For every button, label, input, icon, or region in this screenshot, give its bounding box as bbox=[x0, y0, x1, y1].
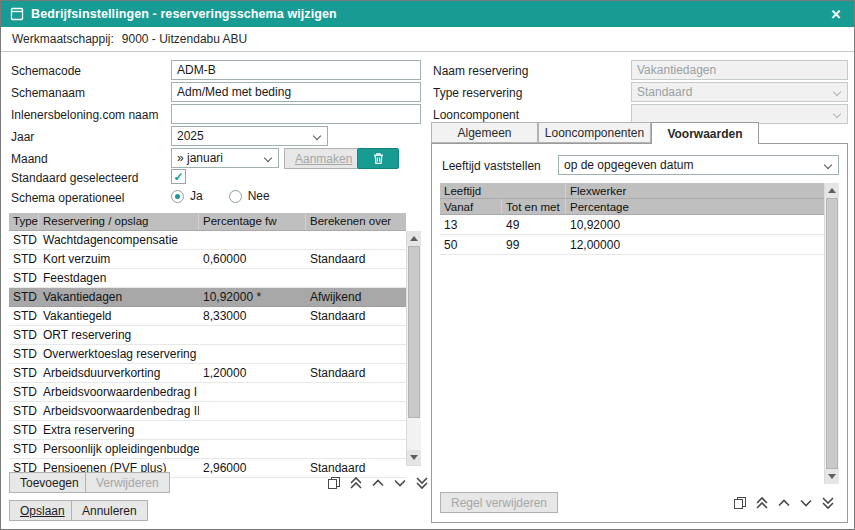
chevron-down-icon bbox=[799, 496, 813, 510]
cell-type: STD bbox=[9, 328, 39, 342]
cell-berekenen-over: Standaard bbox=[306, 309, 406, 323]
copy-icon bbox=[327, 476, 341, 490]
left-table-toolbar bbox=[324, 474, 431, 491]
cell-type: STD bbox=[9, 347, 39, 361]
cell-reservering: Extra reservering bbox=[39, 423, 199, 437]
window-title: Bedrijfsinstellingen - reserveringsschem… bbox=[31, 7, 337, 21]
standaard-checkbox[interactable]: ✓ bbox=[171, 169, 186, 184]
cell-type: STD bbox=[9, 366, 39, 380]
cell-percentage: 1,20000 bbox=[199, 366, 306, 380]
maand-select[interactable]: » januari bbox=[171, 148, 279, 168]
move-top-button[interactable] bbox=[752, 494, 771, 511]
table-row[interactable]: 13 49 10,92000 bbox=[440, 215, 824, 235]
looncomponent-label: Looncomponent bbox=[433, 108, 519, 122]
maand-value: » januari bbox=[177, 151, 223, 165]
opslaan-button[interactable]: Opslaan bbox=[9, 500, 76, 521]
move-down-button[interactable] bbox=[796, 494, 815, 511]
header-type: Type bbox=[9, 213, 39, 230]
cell-type: STD bbox=[9, 404, 39, 418]
header-reservering: Reservering / opslag bbox=[39, 213, 199, 230]
cell-berekenen-over: Standaard bbox=[306, 366, 406, 380]
tab-algemeen[interactable]: Algemeen bbox=[431, 122, 538, 143]
cell-berekenen-over: Afwijkend bbox=[306, 290, 406, 304]
move-bottom-button[interactable] bbox=[818, 494, 837, 511]
header-tot-en-met: Tot en met bbox=[502, 199, 566, 214]
table-row[interactable]: STD Wachtdagencompensatie bbox=[9, 231, 406, 250]
cell-reservering: Arbeidsvoorwaardenbedrag II bbox=[39, 404, 199, 418]
double-chevron-up-icon bbox=[755, 496, 769, 510]
naam-reservering-label: Naam reservering bbox=[433, 64, 528, 78]
scroll-down-button[interactable] bbox=[825, 469, 839, 484]
table-row[interactable]: STD ORT reservering bbox=[9, 326, 406, 345]
operationeel-label: Schema operationeel bbox=[11, 191, 124, 205]
move-up-button[interactable] bbox=[368, 474, 387, 491]
age-table-group-header: Leeftijd Flexwerker bbox=[440, 183, 824, 199]
regel-verwijderen-button[interactable]: Regel verwijderen bbox=[440, 492, 558, 513]
scroll-thumb[interactable] bbox=[826, 198, 838, 469]
cell-berekenen-over: Standaard bbox=[306, 252, 406, 266]
trash-icon bbox=[371, 151, 386, 166]
reservation-table-header: Type Reservering / opslag Percentage fw … bbox=[9, 213, 406, 231]
table-row[interactable]: 50 99 12,00000 bbox=[440, 235, 824, 255]
table-row[interactable]: STD Persoonlijk opleidingenbudget bbox=[9, 440, 406, 459]
age-table-scrollbar[interactable] bbox=[824, 183, 839, 484]
table-row[interactable]: STD Arbeidsvoorwaardenbedrag II bbox=[9, 402, 406, 421]
annuleren-button[interactable]: Annuleren bbox=[71, 500, 148, 521]
double-chevron-up-icon bbox=[349, 476, 363, 490]
radio-ja[interactable] bbox=[171, 190, 184, 203]
table-row[interactable]: STD Feestdagen bbox=[9, 269, 406, 288]
group-header-flexwerker: Flexwerker bbox=[566, 183, 824, 198]
cell-reservering: Arbeidsvoorwaardenbedrag I bbox=[39, 385, 199, 399]
chevron-down-icon bbox=[824, 161, 832, 169]
scroll-up-button[interactable] bbox=[825, 183, 839, 198]
inlenersbeloning-label: Inlenersbeloning.com naam bbox=[11, 108, 158, 122]
double-chevron-down-icon bbox=[415, 476, 429, 490]
copy-button[interactable] bbox=[324, 474, 343, 491]
table-row[interactable]: STD Overwerktoeslag reservering bbox=[9, 345, 406, 364]
jaar-label: Jaar bbox=[11, 130, 34, 144]
type-reservering-value: Standaard bbox=[637, 85, 692, 99]
schemanaam-label: Schemanaam bbox=[11, 86, 85, 100]
schemanaam-input[interactable] bbox=[171, 82, 421, 102]
tab-voorwaarden[interactable]: Voorwaarden bbox=[651, 122, 759, 144]
move-top-button[interactable] bbox=[346, 474, 365, 491]
schemacode-input[interactable] bbox=[171, 60, 421, 80]
age-table-header: Vanaf Tot en met Percentage bbox=[440, 199, 824, 215]
inlenersbeloning-input[interactable] bbox=[171, 104, 421, 124]
aanmaken-button[interactable]: Aanmaken bbox=[284, 148, 363, 169]
table-row[interactable]: STD Vakantiedagen 10,92000 * Afwijkend bbox=[9, 288, 406, 307]
toevoegen-button[interactable]: Toevoegen bbox=[9, 472, 90, 493]
delete-month-button[interactable] bbox=[357, 148, 399, 169]
table-row[interactable]: STD Kort verzuim 0,60000 Standaard bbox=[9, 250, 406, 269]
table-row[interactable]: STD Arbeidsvoorwaardenbedrag I bbox=[9, 383, 406, 402]
schemacode-label: Schemacode bbox=[11, 64, 81, 78]
scroll-up-button[interactable] bbox=[407, 231, 421, 246]
table-row[interactable]: STD Arbeidsduurverkorting 1,20000 Standa… bbox=[9, 364, 406, 383]
move-up-button[interactable] bbox=[774, 494, 793, 511]
standaard-label: Standaard geselecteerd bbox=[11, 171, 138, 185]
tab-looncomponenten[interactable]: Looncomponenten bbox=[538, 122, 651, 143]
scroll-thumb[interactable] bbox=[408, 246, 420, 418]
jaar-value: 2025 bbox=[177, 129, 204, 143]
close-button[interactable]: ✕ bbox=[827, 7, 845, 22]
leeftijd-vaststellen-select[interactable]: op de opgegeven datum bbox=[558, 155, 839, 175]
cell-vanaf: 50 bbox=[440, 238, 502, 252]
scroll-down-button[interactable] bbox=[407, 450, 421, 465]
type-reservering-label: Type reservering bbox=[433, 86, 522, 100]
radio-nee[interactable] bbox=[229, 190, 242, 203]
group-header-leeftijd: Leeftijd bbox=[440, 183, 566, 198]
table-row[interactable]: STD Extra reservering bbox=[9, 421, 406, 440]
left-table-scrollbar[interactable] bbox=[406, 231, 421, 465]
title-bar: Bedrijfsinstellingen - reserveringsschem… bbox=[1, 1, 854, 27]
reservation-table-body: STD Wachtdagencompensatie STD Kort verzu… bbox=[9, 231, 406, 478]
verwijderen-button[interactable]: Verwijderen bbox=[85, 472, 170, 493]
table-row[interactable]: STD Vakantiegeld 8,33000 Standaard bbox=[9, 307, 406, 326]
jaar-select[interactable]: 2025 bbox=[171, 126, 328, 146]
check-icon: ✓ bbox=[173, 171, 183, 183]
chevron-down-icon bbox=[264, 154, 272, 162]
move-bottom-button[interactable] bbox=[412, 474, 431, 491]
cell-reservering: Persoonlijk opleidingenbudget bbox=[39, 442, 199, 456]
copy-button[interactable] bbox=[730, 494, 749, 511]
cell-percentage: 10,92000 bbox=[566, 218, 824, 232]
move-down-button[interactable] bbox=[390, 474, 409, 491]
